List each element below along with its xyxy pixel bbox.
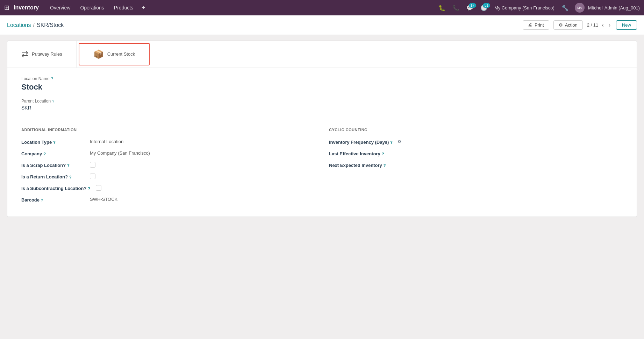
breadcrumb-locations[interactable]: Locations: [7, 22, 31, 28]
current-stock-label: Current Stock: [107, 51, 135, 57]
scrap-location-label: Is a Scrap Location? ?: [21, 162, 84, 168]
new-button[interactable]: New: [616, 20, 637, 30]
print-label: Print: [535, 22, 544, 28]
barcode-help[interactable]: ?: [41, 198, 43, 202]
toolbar-actions: 🖨 Print ⚙ Action 2 / 11 ‹ › New: [523, 20, 637, 30]
barcode-label: Barcode ?: [21, 197, 84, 203]
nav-overview[interactable]: Overview: [46, 3, 74, 12]
main-content: ⇄ Putaway Rules 📦 Current Stock Location…: [0, 35, 644, 223]
barcode-row: Barcode ? SWH-STOCK: [21, 197, 315, 203]
putaway-icon: ⇄: [21, 49, 28, 59]
company-help[interactable]: ?: [43, 152, 46, 156]
nav-operations[interactable]: Operations: [76, 3, 108, 12]
return-location-row: Is a Return Location? ?: [21, 174, 315, 179]
cyclic-counting-title: CYCLIC COUNTING: [329, 128, 623, 132]
subcontracting-label: Is a Subcontracting Location? ?: [21, 185, 90, 191]
putaway-rules-button[interactable]: ⇄ Putaway Rules: [7, 41, 77, 68]
action-button[interactable]: ⚙ Action: [553, 20, 583, 30]
clock-badge: 51: [483, 3, 490, 8]
gear-icon: ⚙: [559, 22, 563, 28]
prev-button[interactable]: ‹: [600, 21, 605, 29]
next-inv-row: Next Expected Inventory ?: [329, 162, 623, 168]
phone-icon[interactable]: 📞: [450, 3, 462, 13]
parent-location-value[interactable]: SKR: [21, 105, 623, 111]
subcontracting-checkbox[interactable]: [96, 185, 101, 191]
parent-location-group: Parent Location ? SKR: [21, 99, 623, 111]
location-name-help[interactable]: ?: [51, 77, 53, 81]
pagination-text: 2 / 11: [587, 22, 599, 28]
subcontracting-row: Is a Subcontracting Location? ?: [21, 185, 315, 191]
location-name-group: Location Name ? Stock: [21, 76, 623, 92]
return-help[interactable]: ?: [69, 175, 72, 179]
company-name: My Company (San Francisco): [494, 5, 554, 10]
parent-location-label: Parent Location: [21, 99, 51, 104]
inv-frequency-row: Inventory Frequency (Days) ? 0: [329, 139, 623, 145]
breadcrumb-bar: Locations / SKR/Stock 🖨 Print ⚙ Action 2…: [0, 15, 644, 35]
action-label: Action: [565, 22, 578, 28]
location-name-label: Location Name: [21, 76, 50, 81]
app-title: Inventory: [14, 5, 39, 11]
company-value[interactable]: My Company (San Francisco): [90, 150, 150, 156]
last-inv-help[interactable]: ?: [382, 152, 384, 156]
location-type-label: Location Type ?: [21, 139, 84, 145]
additional-info-section: ADDITIONAL INFORMATION Location Type ? I…: [21, 128, 315, 208]
scrap-location-checkbox[interactable]: [90, 162, 95, 168]
add-menu-button[interactable]: +: [139, 3, 148, 12]
breadcrumb-separator: /: [33, 22, 35, 28]
settings-icon[interactable]: 🔧: [559, 3, 571, 13]
clock-icon[interactable]: 🕐51: [478, 3, 490, 13]
inv-frequency-value[interactable]: 0: [398, 139, 401, 144]
printer-icon: 🖨: [528, 22, 532, 28]
top-navigation: ⊞ Inventory Overview Operations Products…: [0, 0, 644, 15]
location-name-label-wrapper: Location Name ?: [21, 76, 623, 81]
parent-location-help[interactable]: ?: [52, 99, 54, 103]
form-body: Location Name ? Stock Parent Location ? …: [7, 68, 637, 217]
chat-icon[interactable]: 💬17: [464, 3, 476, 13]
next-button[interactable]: ›: [607, 21, 612, 29]
two-col-section: ADDITIONAL INFORMATION Location Type ? I…: [21, 128, 623, 208]
scrap-help[interactable]: ?: [67, 163, 70, 168]
last-inv-row: Last Effective Inventory ?: [329, 150, 623, 156]
subcontracting-help[interactable]: ?: [88, 186, 90, 191]
user-name: Mitchell Admin (Aug_001): [588, 5, 640, 10]
location-type-row: Location Type ? Internal Location: [21, 139, 315, 145]
smart-buttons: ⇄ Putaway Rules 📦 Current Stock: [7, 41, 637, 68]
breadcrumb: Locations / SKR/Stock: [7, 22, 64, 28]
company-label: Company ?: [21, 150, 84, 156]
putaway-text: Putaway Rules: [32, 51, 62, 57]
putaway-label: Putaway Rules: [32, 51, 62, 57]
chat-badge: 17: [469, 3, 476, 8]
print-button[interactable]: 🖨 Print: [523, 20, 549, 30]
barcode-value[interactable]: SWH-STOCK: [90, 197, 117, 202]
parent-location-label-wrapper: Parent Location ?: [21, 99, 623, 104]
location-type-help[interactable]: ?: [53, 140, 56, 144]
next-inv-help[interactable]: ?: [384, 163, 386, 168]
current-stock-button[interactable]: 📦 Current Stock: [79, 43, 150, 65]
scrap-location-row: Is a Scrap Location? ?: [21, 162, 315, 168]
nav-products[interactable]: Products: [110, 3, 137, 12]
form-card: ⇄ Putaway Rules 📦 Current Stock Location…: [7, 41, 637, 217]
inv-frequency-help[interactable]: ?: [390, 140, 393, 144]
return-location-checkbox[interactable]: [90, 174, 95, 179]
debug-icon[interactable]: 🐛: [436, 3, 448, 13]
section-divider: [21, 119, 623, 119]
inv-frequency-label: Inventory Frequency (Days) ?: [329, 139, 393, 145]
additional-info-title: ADDITIONAL INFORMATION: [21, 128, 315, 132]
company-row: Company ? My Company (San Francisco): [21, 150, 315, 156]
breadcrumb-current: SKR/Stock: [37, 22, 64, 28]
cyclic-counting-section: CYCLIC COUNTING Inventory Frequency (Day…: [329, 128, 623, 208]
stock-icon: 📦: [93, 49, 104, 59]
location-name-value[interactable]: Stock: [21, 83, 623, 92]
current-stock-text: Current Stock: [107, 51, 135, 57]
return-location-label: Is a Return Location? ?: [21, 174, 84, 179]
location-type-value[interactable]: Internal Location: [90, 139, 123, 144]
avatar: MA: [575, 3, 585, 13]
grid-icon[interactable]: ⊞: [4, 4, 9, 12]
next-inv-label: Next Expected Inventory ?: [329, 162, 392, 168]
last-inv-label: Last Effective Inventory ?: [329, 150, 392, 156]
pagination: 2 / 11 ‹ ›: [587, 21, 612, 29]
